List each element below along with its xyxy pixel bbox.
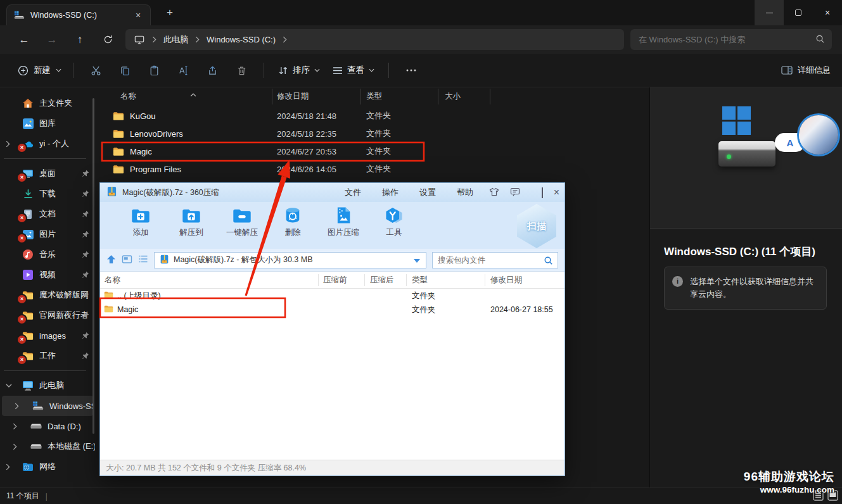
chevron-right-icon[interactable] (6, 463, 10, 470)
zip-row-parent-dir[interactable]: .. (上级目录) 文件夹 (100, 289, 565, 303)
zip-delete-button[interactable]: 删除 (267, 206, 318, 238)
file-row-program-files[interactable]: Program Files 2024/6/26 14:05 文件夹 (99, 160, 518, 178)
zip-button-label: 图片压缩 (328, 227, 359, 238)
chevron-right-icon[interactable] (15, 403, 19, 410)
zip-column-name[interactable]: 名称 (100, 274, 319, 286)
column-header-type[interactable]: 类型 (361, 89, 438, 104)
sidebar-item-windows-ssd[interactable]: Windows-SSD (2, 396, 93, 416)
sidebar-item-local-disk-e[interactable]: 本地磁盘 (E:) (0, 436, 95, 457)
sidebar-scrollbar[interactable] (92, 98, 94, 434)
chevron-right-icon[interactable] (13, 443, 17, 450)
minimize-button[interactable] (755, 0, 784, 25)
more-options-button[interactable] (397, 59, 426, 82)
sidebar-item-gallery[interactable]: 图库 (0, 113, 95, 134)
sort-arrows-icon (278, 66, 288, 75)
chevron-right-icon[interactable] (13, 423, 17, 430)
sidebar-item-folder-images[interactable]: × images (0, 325, 95, 346)
zip-menu-settings[interactable]: 设置 (419, 187, 436, 198)
zip-column-after[interactable]: 压缩后 (365, 274, 407, 286)
zip-title-bar[interactable]: Magic(破解版).7z - 360压缩 文件 操作 设置 帮助 × (100, 183, 565, 202)
zip-row-magic[interactable]: Magic 文件夹 2024-06-27 18:55 (100, 303, 565, 317)
maximize-button[interactable] (784, 0, 813, 25)
sidebar-item-videos[interactable]: 视频 (0, 265, 95, 285)
file-type: 文件夹 (361, 128, 438, 139)
sidebar-item-home[interactable]: 主文件夹 (0, 93, 95, 113)
zip-menu-help[interactable]: 帮助 (457, 187, 473, 198)
new-button[interactable]: 新建 (14, 65, 65, 76)
sidebar-item-folder-official-site[interactable]: × 官网新夜行者 (0, 305, 95, 325)
sidebar-item-folder-work[interactable]: × 工作 (0, 346, 95, 366)
sidebar-item-desktop[interactable]: × 桌面 (0, 163, 95, 184)
zip-close-button[interactable]: × (554, 187, 559, 198)
sidebar-item-music[interactable]: 音乐 (0, 244, 95, 265)
details-panel: A Windows-SSD (C:) (11 个项目) i 选择单个文件以获取详… (649, 87, 842, 488)
zip-column-type[interactable]: 类型 (407, 274, 485, 286)
sidebar-item-this-pc[interactable]: 此电脑 (0, 375, 95, 396)
close-button[interactable]: × (813, 0, 842, 25)
zip-one-click-extract-button[interactable]: 一键解压 (217, 206, 267, 238)
zip-feedback-button[interactable] (510, 187, 520, 198)
share-button[interactable] (198, 59, 227, 82)
paste-button[interactable] (139, 59, 169, 82)
file-row-magic[interactable]: Magic 2024/6/27 20:53 文件夹 (99, 142, 518, 160)
column-header-size[interactable]: 大小 (438, 89, 490, 104)
copy-button[interactable] (110, 59, 139, 82)
explorer-tab[interactable]: Windows-SSD (C:) × (6, 4, 151, 25)
chevron-down-icon[interactable] (6, 384, 12, 388)
dropdown-arrow-icon[interactable] (414, 259, 420, 263)
zip-tools-button[interactable]: 工具 (369, 206, 419, 238)
chevron-right-icon[interactable] (6, 141, 10, 148)
folder-icon: × (22, 350, 34, 362)
zip-up-button[interactable] (106, 255, 116, 266)
back-button[interactable]: ← (10, 29, 38, 51)
sidebar-item-pictures[interactable]: × 图片 (0, 224, 95, 244)
zip-image-compress-button[interactable]: 图片压缩 (318, 206, 369, 238)
new-tab-button[interactable]: + (162, 6, 177, 19)
sidebar-item-onedrive[interactable]: × yi - 个人 (0, 134, 95, 154)
sidebar-item-folder-magic-crack[interactable]: × 魔术破解版网 (0, 285, 95, 305)
forward-button[interactable]: → (38, 29, 66, 51)
search-box[interactable] (630, 29, 832, 50)
cut-button[interactable] (81, 59, 110, 82)
up-button[interactable]: ↑ (66, 29, 94, 51)
pin-icon (82, 190, 89, 198)
breadcrumb[interactable]: 此电脑 Windows-SSD (C:) (125, 29, 624, 50)
zip-menu-file[interactable]: 文件 (345, 187, 361, 198)
avatar[interactable] (799, 115, 838, 154)
sidebar-item-network[interactable]: 网络 (0, 457, 95, 477)
refresh-button[interactable] (94, 29, 122, 51)
breadcrumb-this-pc[interactable]: 此电脑 (163, 34, 188, 46)
file-row-lenovodrivers[interactable]: LenovoDrivers 2024/5/18 22:35 文件夹 (99, 125, 518, 142)
zip-search-box[interactable] (432, 252, 558, 268)
search-input[interactable] (630, 35, 832, 44)
sidebar-item-data-d[interactable]: Data (D:) (0, 416, 95, 436)
zip-frame-view-button[interactable] (122, 255, 132, 266)
column-header-name[interactable]: 名称 (99, 89, 272, 104)
tab-title: Windows-SSD (C:) (30, 11, 127, 20)
zip-list-view-button[interactable] (138, 255, 148, 265)
breadcrumb-current[interactable]: Windows-SSD (C:) (207, 35, 276, 44)
zip-menu-operation[interactable]: 操作 (382, 187, 399, 198)
sidebar-divider (4, 158, 86, 159)
zip-column-before[interactable]: 压缩前 (319, 274, 365, 286)
delete-button[interactable] (227, 59, 256, 82)
breadcrumb-chevron-icon (283, 36, 287, 43)
file-row-kugou[interactable]: KuGou 2024/5/18 21:48 文件夹 (99, 107, 518, 125)
zip-maximize-button[interactable] (542, 188, 543, 198)
zip-search-input[interactable] (433, 256, 558, 265)
zip-extract-to-button[interactable]: 解压到 (166, 206, 217, 238)
file-date: 2024/5/18 21:48 (272, 111, 361, 121)
view-button[interactable]: 查看 (326, 65, 381, 76)
zip-column-date[interactable]: 修改日期 (485, 274, 565, 286)
column-header-date[interactable]: 修改日期 (272, 89, 361, 104)
zip-add-button[interactable]: 添加 (115, 206, 166, 238)
sidebar-item-downloads[interactable]: 下载 (0, 184, 95, 204)
sidebar-item-documents[interactable]: × 文档 (0, 204, 95, 224)
tab-close-icon[interactable]: × (132, 10, 144, 20)
zip-skin-button[interactable] (489, 187, 499, 198)
details-pane-toggle[interactable]: 详细信息 (781, 65, 831, 76)
sort-button[interactable]: 排序 (272, 65, 326, 76)
scan-badge[interactable]: 扫描 (517, 204, 556, 248)
zip-path-combo[interactable]: Magic(破解版).7z - 解包大小为 30.3 MB (154, 252, 426, 268)
rename-button[interactable] (169, 59, 198, 82)
